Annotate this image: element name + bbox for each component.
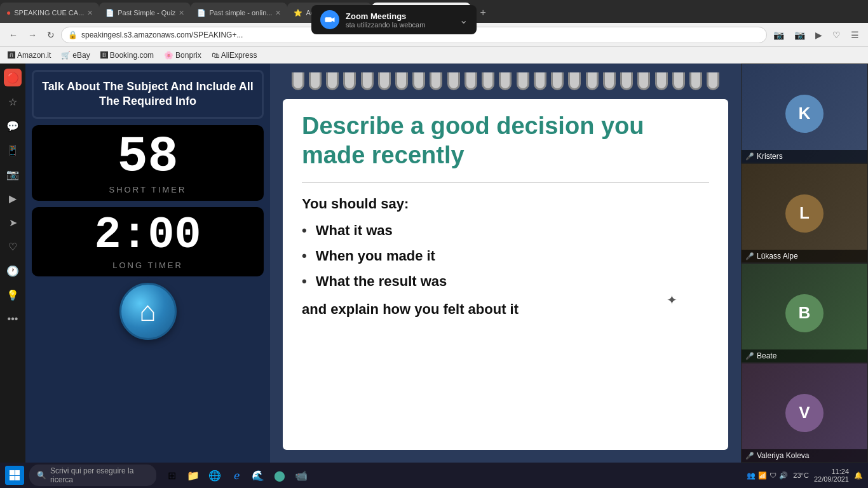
mic-icon-4: 🎤 bbox=[745, 452, 754, 460]
menu-button[interactable]: ☰ bbox=[847, 27, 863, 43]
zoom-notification-chevron[interactable]: ⌄ bbox=[459, 14, 468, 26]
sidebar-star-icon[interactable]: ☆ bbox=[4, 93, 22, 111]
bookmark-bonprix[interactable]: 🌸Bonprix bbox=[161, 50, 204, 61]
date-display: 22/09/2021 bbox=[814, 475, 849, 483]
url-text: speakingesl.s3.amazonaws.com/SPEAKING+..… bbox=[81, 30, 243, 39]
sidebar-home-icon[interactable]: 🔴 bbox=[4, 69, 22, 86]
long-timer-label: LONG TIMER bbox=[38, 261, 257, 270]
teams-icon[interactable]: 👥 bbox=[747, 471, 756, 480]
taskbar-edge-icon[interactable]: 🌊 bbox=[248, 465, 268, 485]
camera-button[interactable]: 📷 bbox=[790, 27, 809, 43]
taskbar-clock: 11:24 22/09/2021 bbox=[814, 468, 849, 483]
taskbar: 🔍 Scrivi qui per eseguire la ricerca ⊞ 📁… bbox=[0, 463, 868, 488]
bullet-dot-1: • bbox=[302, 222, 307, 239]
short-timer[interactable]: 58 SHORT TIMER bbox=[32, 125, 264, 201]
card-divider bbox=[302, 182, 709, 183]
sidebar-heart-icon[interactable]: ♡ bbox=[4, 238, 22, 255]
svg-marker-1 bbox=[332, 17, 335, 22]
tab-2[interactable]: 📄 Past Simple - Quiz ✕ bbox=[99, 3, 191, 23]
bullet-dot-3: • bbox=[302, 273, 307, 290]
speaking-app: Talk About The Subject And Include All T… bbox=[25, 64, 868, 463]
screenshot-button[interactable]: 📷 bbox=[770, 27, 788, 43]
share-button[interactable]: ▶ bbox=[811, 27, 826, 43]
forward-button[interactable]: → bbox=[24, 27, 41, 43]
bullet-3: • What the result was bbox=[302, 273, 709, 290]
network-icon[interactable]: 📶 bbox=[758, 471, 767, 480]
card-subtitle: You should say: bbox=[302, 196, 709, 212]
sidebar-bulb-icon[interactable]: 💡 bbox=[4, 286, 22, 304]
taskbar-system-icons: 👥 📶 🛡 🔊 bbox=[747, 471, 788, 480]
taskbar-zoom-icon[interactable]: 📹 bbox=[291, 465, 311, 485]
sidebar-chat-icon[interactable]: 💬 bbox=[4, 117, 22, 135]
participant-2-name: 🎤 Lūkass Alpe bbox=[742, 250, 867, 262]
search-placeholder-text: Scrivi qui per eseguire la ricerca bbox=[50, 466, 149, 484]
instruction-box: Talk About The Subject And Include All T… bbox=[32, 70, 264, 119]
taskbar-chrome-icon[interactable]: ⬤ bbox=[269, 465, 290, 485]
left-panel: Talk About The Subject And Include All T… bbox=[25, 64, 270, 463]
sidebar-whatsapp-icon[interactable]: 📱 bbox=[4, 141, 22, 159]
card-footer: and explain how you felt about it bbox=[302, 301, 709, 318]
zoom-notification-text: Zoom Meetings sta utilizzando la webcam bbox=[346, 11, 453, 29]
bullet-dot-2: • bbox=[302, 248, 307, 264]
bookmark-booking[interactable]: 🅱Booking.com bbox=[98, 50, 156, 61]
taskbar-browser-icon[interactable]: 🌐 bbox=[205, 465, 225, 485]
bookmarks-bar: 🅰Amazon.it 🛒eBay 🅱Booking.com 🌸Bonprix 🛍… bbox=[0, 47, 868, 64]
taskbar-ie-icon[interactable]: ℯ bbox=[226, 465, 247, 485]
zoom-participants-sidebar: K 🎤 Kristers L 🎤 Lūkass Alpe bbox=[741, 64, 868, 463]
home-button[interactable]: ⌂ bbox=[119, 283, 177, 340]
taskbar-weather: 23°C bbox=[793, 471, 809, 479]
tab-close-2[interactable]: ✕ bbox=[179, 9, 184, 17]
refresh-button[interactable]: ↻ bbox=[43, 27, 58, 43]
taskbar-files[interactable]: 📁 bbox=[183, 465, 203, 485]
start-button[interactable] bbox=[5, 466, 24, 485]
card-area: Describe a good decision you made recent… bbox=[270, 64, 741, 463]
cursor-indicator: ✦ bbox=[667, 292, 677, 308]
antivirus-icon[interactable]: 🛡 bbox=[770, 471, 776, 480]
card-title: Describe a good decision you made recent… bbox=[302, 112, 709, 170]
notebook-rings bbox=[276, 70, 735, 93]
sound-icon[interactable]: 🔊 bbox=[779, 471, 788, 480]
browser-sidebar: 🔴 ☆ 💬 📱 📷 ▶ ➤ ♡ 🕐 💡 ••• bbox=[0, 64, 25, 463]
main-content: 🔴 ☆ 💬 📱 📷 ▶ ➤ ♡ 🕐 💡 ••• Talk About The S… bbox=[0, 64, 868, 463]
back-button[interactable]: ← bbox=[5, 27, 22, 43]
zoom-icon bbox=[320, 10, 339, 29]
home-icon: ⌂ bbox=[139, 295, 156, 327]
long-timer[interactable]: 2:00 LONG TIMER bbox=[32, 207, 264, 276]
bullet-2: • When you made it bbox=[302, 248, 709, 264]
sidebar-instagram-icon[interactable]: 📷 bbox=[4, 165, 22, 183]
bookmark-aliexpress[interactable]: 🛍AliExpress bbox=[209, 50, 260, 61]
tab-1[interactable]: ● SPEAKING CUE CA... ✕ bbox=[0, 3, 99, 23]
taskbar-search[interactable]: 🔍 Scrivi qui per eseguire la ricerca bbox=[29, 464, 156, 486]
tab-close-3[interactable]: ✕ bbox=[275, 9, 281, 17]
participant-2: L 🎤 Lūkass Alpe bbox=[741, 163, 868, 263]
long-timer-value: 2:00 bbox=[38, 214, 257, 258]
short-timer-value: 58 bbox=[38, 132, 257, 182]
notification-icon[interactable]: 🔔 bbox=[854, 471, 863, 480]
tab-close-1[interactable]: ✕ bbox=[87, 9, 93, 17]
sidebar-dots-icon[interactable]: ••• bbox=[4, 310, 22, 328]
tab-3[interactable]: 📄 Past simple - onlin... ✕ bbox=[191, 3, 287, 23]
mic-icon-3: 🎤 bbox=[745, 352, 754, 360]
participant-3: B 🎤 Beate bbox=[741, 263, 868, 363]
svg-rect-0 bbox=[325, 17, 332, 22]
favorite-button[interactable]: ♡ bbox=[829, 27, 844, 43]
participant-1: K 🎤 Kristers bbox=[741, 64, 868, 163]
instruction-text: Talk About The Subject And Include All T… bbox=[41, 79, 254, 109]
sidebar-play-icon[interactable]: ▶ bbox=[4, 189, 22, 207]
taskbar-app-icons: ⊞ 📁 🌐 ℯ 🌊 ⬤ 📹 bbox=[161, 465, 311, 485]
speaking-card: Describe a good decision you made recent… bbox=[283, 99, 728, 450]
taskbar-task-view[interactable]: ⊞ bbox=[161, 465, 182, 485]
sidebar-clock-icon[interactable]: 🕐 bbox=[4, 262, 22, 280]
nav-icons: 📷 📷 ▶ ♡ ☰ bbox=[770, 27, 863, 43]
bookmark-amazon[interactable]: 🅰Amazon.it bbox=[5, 50, 53, 61]
participant-1-name: 🎤 Kristers bbox=[742, 150, 867, 163]
participant-3-name: 🎤 Beate bbox=[742, 349, 867, 362]
mic-icon-1: 🎤 bbox=[745, 152, 754, 161]
windows-logo bbox=[10, 470, 20, 480]
participant-4: V 🎤 Valeriya Koleva bbox=[741, 363, 868, 463]
search-icon: 🔍 bbox=[37, 471, 46, 480]
time-display: 11:24 bbox=[814, 468, 849, 475]
bookmark-ebay[interactable]: 🛒eBay bbox=[58, 50, 92, 61]
sidebar-arrow-icon[interactable]: ➤ bbox=[4, 214, 22, 231]
mic-icon-2: 🎤 bbox=[745, 252, 754, 261]
